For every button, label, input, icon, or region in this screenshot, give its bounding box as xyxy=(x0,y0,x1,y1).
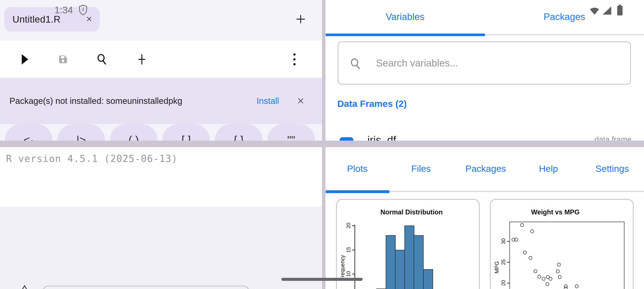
histogram-y-tick-label: 15 xyxy=(346,247,352,253)
scatter-point xyxy=(575,285,578,288)
console-panel: R version 4.5.1 (2025-06-13) xyxy=(0,147,322,289)
histogram-bar xyxy=(423,269,433,289)
snippet-chip-brackets[interactable]: [ ] xyxy=(162,124,210,141)
tab-plots[interactable]: Plots xyxy=(326,147,389,190)
editor-add-button[interactable] xyxy=(133,41,150,78)
snippet-chips-row: <- |> ( ) [ ] { } "" xyxy=(0,124,322,141)
viewer-tab-row: Plots Files Packages Help Settings xyxy=(326,147,644,190)
app-root: Untitled1.R 1:34 xyxy=(0,0,644,289)
save-button[interactable] xyxy=(54,41,72,78)
notification-close-icon[interactable] xyxy=(296,97,305,106)
scatter-y-tick xyxy=(507,283,510,284)
histogram-bar xyxy=(395,250,405,289)
histogram-bar xyxy=(414,235,424,289)
histogram-y-tick xyxy=(352,274,354,274)
editor-tab-title: Untitled1.R xyxy=(12,14,60,25)
tab-files[interactable]: Files xyxy=(389,147,453,190)
package-notification: Package(s) not installed: someuninstalle… xyxy=(0,78,322,124)
viewer-panel: Plots Files Packages Help Settings Norma… xyxy=(326,147,644,289)
tab-divider-line xyxy=(485,34,644,35)
data-frames-header: Data Frames (2) xyxy=(337,98,407,109)
run-button[interactable] xyxy=(16,41,33,78)
variables-search-input[interactable] xyxy=(338,42,630,84)
variable-name: iris_df xyxy=(368,134,396,141)
tab-help[interactable]: Help xyxy=(516,147,580,190)
histogram-plot-area: 201510 xyxy=(337,200,479,289)
scatter-point xyxy=(529,256,532,260)
tab-packages-bottom[interactable]: Packages xyxy=(453,147,516,190)
plot-card-histogram[interactable]: Normal Distribution Frequency 201510 xyxy=(336,199,480,289)
split-drag-handle[interactable] xyxy=(281,278,363,281)
shield-icon xyxy=(78,4,88,17)
viewer-tab-divider-line xyxy=(389,191,644,192)
histogram-y-tick xyxy=(352,250,354,250)
scatter-point xyxy=(523,251,527,254)
cellular-signal-icon xyxy=(602,5,612,16)
variable-type: data.frame xyxy=(594,135,632,141)
variables-panel: Variables Packages xyxy=(326,0,644,141)
editor-panel: Untitled1.R 1:34 xyxy=(0,0,322,141)
variable-row-iris-df[interactable]: iris_df data.frame xyxy=(326,132,644,141)
new-tab-button[interactable] xyxy=(294,13,307,25)
scatter-y-tick-label: 20 xyxy=(500,280,506,286)
notification-message: Package(s) not installed: someuninstalle… xyxy=(10,96,182,106)
battery-icon xyxy=(616,4,623,17)
scatter-point xyxy=(549,277,552,281)
scatter-point xyxy=(558,275,562,279)
tab-variables[interactable]: Variables xyxy=(326,0,485,33)
snippet-chip-pipe[interactable]: |> xyxy=(57,124,105,141)
histogram-bar xyxy=(386,235,396,289)
status-time: 1:34 xyxy=(54,5,73,15)
scatter-y-tick xyxy=(507,241,510,242)
snippet-chip-quotes[interactable]: "" xyxy=(267,124,315,141)
histogram-bar xyxy=(404,226,414,289)
histogram-y-tick xyxy=(352,225,354,226)
snippet-chip-assign[interactable]: <- xyxy=(5,124,52,141)
scatter-plot-box xyxy=(510,222,624,289)
histogram-y-tick-label: 20 xyxy=(346,223,352,229)
editor-search-button[interactable] xyxy=(93,41,110,78)
scatter-y-tick-label: 25 xyxy=(500,259,506,265)
selected-viewer-tab-indicator xyxy=(326,190,389,193)
overflow-menu-icon[interactable] xyxy=(286,41,303,78)
scatter-y-tick-label: 30 xyxy=(500,239,506,244)
wifi-icon xyxy=(589,5,600,17)
scatter-point xyxy=(542,277,546,281)
scatter-point xyxy=(530,230,534,233)
scatter-point xyxy=(534,270,537,273)
scatter-point xyxy=(514,238,518,242)
console-input-area xyxy=(0,206,322,289)
r-code-input[interactable] xyxy=(42,286,249,289)
selected-tab-indicator xyxy=(326,33,485,36)
snippet-chip-parens[interactable]: ( ) xyxy=(110,124,158,141)
history-up-icon[interactable] xyxy=(20,285,29,289)
console-banner-text: R version 4.5.1 (2025-06-13) xyxy=(6,153,178,164)
editor-toolbar xyxy=(0,41,322,78)
scatter-plot-area: 302520 xyxy=(491,200,633,289)
tab-settings[interactable]: Settings xyxy=(580,147,644,190)
plot-card-scatter[interactable]: Weight vs MPG MPG 302520 xyxy=(490,199,634,289)
scatter-y-tick xyxy=(507,262,510,263)
snippet-chip-braces[interactable]: { } xyxy=(215,124,262,141)
data-frame-icon xyxy=(340,137,354,141)
histogram-y-tick-label: 10 xyxy=(346,271,352,277)
install-button[interactable]: Install xyxy=(256,96,279,106)
